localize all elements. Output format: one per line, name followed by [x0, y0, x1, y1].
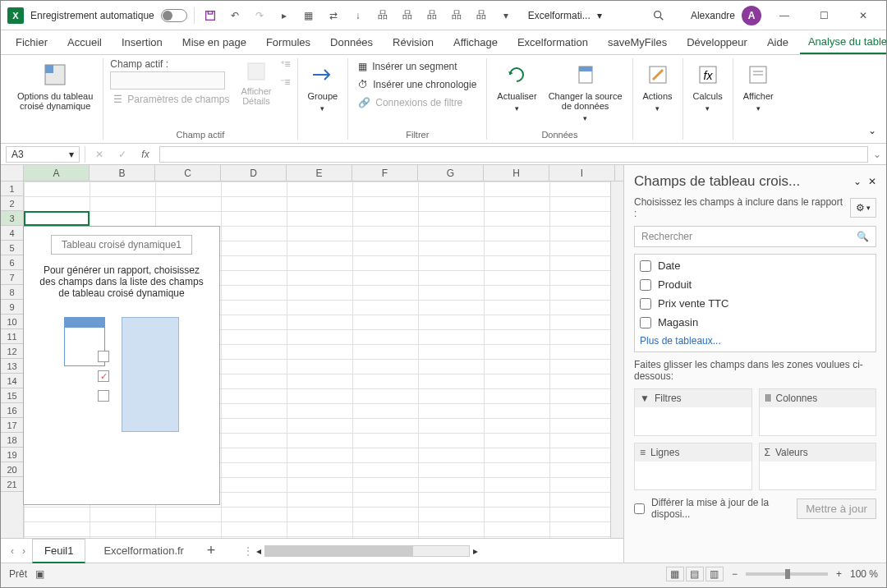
active-cell[interactable]	[24, 211, 90, 226]
horizontal-scrollbar[interactable]	[264, 545, 470, 557]
change-source-button[interactable]: Changer la source de données▾	[545, 58, 626, 126]
tab-fichier[interactable]: Fichier	[7, 31, 56, 53]
undo-icon[interactable]: ↶	[226, 7, 244, 25]
tab-données[interactable]: Données	[322, 31, 381, 53]
row-header-12[interactable]: 12	[1, 344, 23, 359]
qat-icon-5[interactable]: 品	[374, 7, 392, 25]
col-header-E[interactable]: E	[287, 165, 352, 181]
tab-insertion[interactable]: Insertion	[113, 31, 171, 53]
zone-values[interactable]: ΣValeurs	[759, 443, 877, 490]
qat-icon-8[interactable]: 品	[448, 7, 466, 25]
zoom-slider[interactable]	[746, 572, 828, 576]
group-button[interactable]: Groupe ▾	[305, 58, 342, 116]
row-header-9[interactable]: 9	[1, 300, 23, 315]
qat-more[interactable]: ▾	[497, 7, 515, 25]
field-checkbox[interactable]	[640, 260, 651, 272]
qat-icon-3[interactable]: ⇄	[324, 7, 342, 25]
user-avatar[interactable]: A	[742, 6, 761, 25]
collapse-ribbon-icon[interactable]: ⌄	[865, 122, 880, 140]
pane-dropdown-icon[interactable]: ⌄	[853, 176, 862, 187]
pane-close-icon[interactable]: ✕	[868, 176, 876, 187]
tab-analyse-du-tableau-croisé-dynamiq[interactable]: Analyse du tableau croisé dynamiq	[800, 30, 887, 54]
row-header-13[interactable]: 13	[1, 359, 23, 374]
vertical-scrollbar[interactable]	[610, 181, 623, 538]
qat-icon-6[interactable]: 品	[398, 7, 416, 25]
pane-settings-button[interactable]: ⚙▾	[850, 198, 876, 218]
maximize-button[interactable]: ☐	[807, 4, 840, 27]
redo-icon[interactable]: ↷	[250, 7, 269, 25]
insert-slicer-button[interactable]: ▦Insérer un segment	[355, 58, 480, 75]
page-break-view-button[interactable]: ▥	[705, 567, 724, 581]
field-item-produit[interactable]: Produit	[640, 278, 871, 291]
field-checkbox[interactable]	[640, 298, 651, 310]
formula-bar[interactable]	[159, 146, 868, 163]
col-header-D[interactable]: D	[221, 165, 287, 181]
field-search-input[interactable]: Rechercher 🔍	[634, 226, 876, 247]
tab-mise-en-page[interactable]: Mise en page	[174, 31, 255, 53]
tab-formules[interactable]: Formules	[258, 31, 319, 53]
save-icon[interactable]	[201, 7, 219, 25]
tab-accueil[interactable]: Accueil	[59, 31, 110, 53]
zoom-level[interactable]: 100 %	[850, 568, 878, 580]
name-box[interactable]: A3▾	[6, 146, 80, 163]
expand-icon[interactable]: ⁺≡	[280, 58, 291, 70]
hscroll-left-icon[interactable]: ◂	[256, 545, 261, 557]
more-tables-link[interactable]: Plus de tableaux...	[640, 335, 871, 347]
zoom-out-button[interactable]: −	[732, 568, 738, 580]
show-details-button[interactable]: Afficher Détails	[241, 86, 271, 106]
defer-layout-checkbox[interactable]	[634, 503, 645, 514]
row-header-21[interactable]: 21	[1, 477, 23, 492]
col-header-A[interactable]: A	[24, 165, 90, 181]
hscroll-grip-icon[interactable]: ⋮	[243, 545, 253, 557]
row-header-20[interactable]: 20	[1, 462, 23, 477]
collapse-icon[interactable]: ⁻≡	[280, 76, 291, 88]
col-header-F[interactable]: F	[352, 165, 418, 181]
row-header-2[interactable]: 2	[1, 196, 23, 211]
qat-icon-1[interactable]: ▸	[275, 7, 293, 25]
cancel-formula-icon[interactable]: ✕	[90, 146, 108, 163]
calculations-button[interactable]: fx Calculs▾	[690, 58, 726, 116]
add-sheet-button[interactable]: +	[202, 542, 220, 559]
tab-révision[interactable]: Révision	[384, 31, 442, 53]
normal-view-button[interactable]: ▦	[666, 567, 684, 581]
field-item-date[interactable]: Date	[640, 260, 871, 272]
expand-formula-icon[interactable]: ⌄	[873, 149, 881, 160]
col-header-I[interactable]: I	[549, 165, 615, 181]
close-button[interactable]: ✕	[847, 4, 880, 27]
field-checkbox[interactable]	[640, 317, 651, 328]
next-sheet-button[interactable]: ›	[22, 545, 25, 557]
row-header-6[interactable]: 6	[1, 255, 23, 270]
col-header-G[interactable]: G	[418, 165, 484, 181]
fx-icon[interactable]: fx	[136, 146, 154, 163]
filename-dropdown-icon[interactable]: ▾	[597, 10, 602, 21]
field-checkbox[interactable]	[640, 279, 651, 291]
sheet-tab-2[interactable]: Excelformation.fr	[92, 540, 195, 562]
show-button[interactable]: Afficher▾	[740, 58, 777, 116]
row-header-8[interactable]: 8	[1, 285, 23, 300]
select-all-cell[interactable]	[1, 165, 24, 181]
qat-icon-9[interactable]: 品	[472, 7, 490, 25]
row-header-7[interactable]: 7	[1, 270, 23, 285]
tab-affichage[interactable]: Affichage	[445, 31, 506, 53]
row-header-5[interactable]: 5	[1, 241, 23, 255]
hscroll-right-icon[interactable]: ▸	[473, 545, 478, 557]
zone-filters[interactable]: ▼Filtres	[634, 388, 752, 436]
autosave-toggle[interactable]	[161, 9, 187, 22]
qat-icon-2[interactable]: ▦	[300, 7, 318, 25]
enter-formula-icon[interactable]: ✓	[113, 146, 131, 163]
col-header-H[interactable]: H	[484, 165, 549, 181]
prev-sheet-button[interactable]: ‹	[11, 545, 14, 557]
tab-savemyfiles[interactable]: saveMyFiles	[600, 31, 675, 53]
pivot-options-button[interactable]: Options du tableau croisé dynamique	[14, 58, 96, 114]
filter-connections-button[interactable]: 🔗Connexions de filtre	[355, 94, 480, 111]
tab-excelformation[interactable]: Excelformation	[509, 31, 596, 53]
actions-button[interactable]: Actions▾	[640, 58, 676, 116]
row-header-19[interactable]: 19	[1, 448, 23, 462]
search-icon[interactable]	[650, 7, 668, 25]
qat-icon-4[interactable]: ↓	[349, 7, 367, 25]
worksheet-grid[interactable]: Tableau croisé dynamique1 Pour générer u…	[24, 181, 610, 538]
minimize-button[interactable]: —	[768, 4, 801, 27]
insert-timeline-button[interactable]: ⏱Insérer une chronologie	[355, 76, 480, 93]
field-item-prix-vente-ttc[interactable]: Prix vente TTC	[640, 297, 871, 310]
pivot-placeholder[interactable]: Tableau croisé dynamique1 Pour générer u…	[23, 226, 220, 505]
